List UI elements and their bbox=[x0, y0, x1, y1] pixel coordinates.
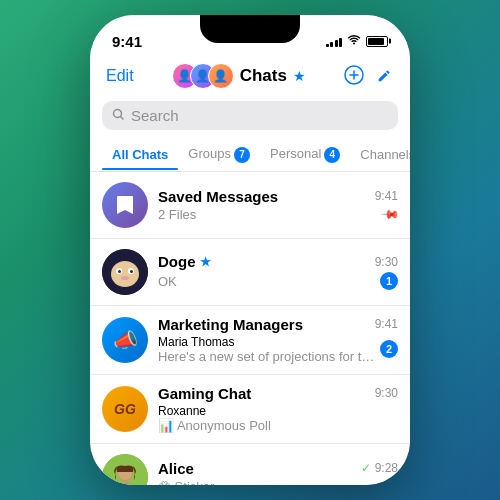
chat-item-saved[interactable]: Saved Messages 9:41 2 Files 📌 bbox=[90, 172, 410, 239]
signal-bar-4 bbox=[339, 38, 342, 47]
chat-preview-doge: OK bbox=[158, 274, 380, 289]
sender-marketing: Maria Thomas bbox=[158, 335, 380, 349]
chat-right-doge: 1 bbox=[380, 272, 398, 290]
nav-actions bbox=[344, 65, 394, 88]
chat-preview-marketing: Here's a new set of projections for the.… bbox=[158, 349, 380, 364]
chat-time-gaming: 9:30 bbox=[375, 386, 398, 400]
nav-bar: Edit 👤 👤 👤 Chats ★ bbox=[90, 59, 410, 97]
chat-content-doge: Doge ★ 9:30 OK 1 bbox=[158, 253, 398, 290]
chat-preview-saved: 2 Files bbox=[158, 207, 383, 222]
search-bar[interactable]: Search bbox=[102, 101, 398, 130]
chat-time-saved: 9:41 bbox=[375, 189, 398, 203]
check-icon-alice: ✓ bbox=[361, 461, 371, 475]
avatar-3: 👤 bbox=[208, 63, 234, 89]
signal-bar-2 bbox=[330, 42, 333, 47]
phone-frame: 9:41 Edit 👤 bbox=[90, 15, 410, 485]
signal-bars-icon bbox=[326, 35, 343, 47]
search-placeholder: Search bbox=[131, 107, 179, 124]
chat-time-doge: 9:30 bbox=[375, 255, 398, 269]
tab-channels[interactable]: Channels bbox=[350, 139, 410, 170]
chat-name-gaming: Gaming Chat bbox=[158, 385, 251, 402]
megaphone-icon: 📣 bbox=[113, 328, 138, 352]
chat-content-saved: Saved Messages 9:41 2 Files 📌 bbox=[158, 188, 398, 222]
chat-preview-alice: 🏵 Sticker bbox=[158, 479, 398, 486]
chat-item-alice[interactable]: Alice ✓ 9:28 🏵 Sticker bbox=[90, 444, 410, 486]
battery-icon bbox=[366, 36, 388, 47]
signal-bar-1 bbox=[326, 44, 329, 47]
search-bar-container: Search bbox=[90, 97, 410, 138]
nav-star-icon: ★ bbox=[293, 68, 306, 84]
tab-personal[interactable]: Personal4 bbox=[260, 138, 350, 171]
doge-star-icon: ★ bbox=[200, 255, 211, 269]
chat-item-gaming[interactable]: GG Gaming Chat 9:30 Roxanne 📊 Anonymous … bbox=[90, 375, 410, 444]
unread-badge-doge: 1 bbox=[380, 272, 398, 290]
gg-logo: GG bbox=[114, 401, 136, 417]
svg-point-7 bbox=[130, 270, 133, 273]
svg-point-3 bbox=[111, 261, 139, 287]
avatar-gaming: GG bbox=[102, 386, 148, 432]
search-icon bbox=[112, 108, 125, 124]
personal-badge: 4 bbox=[324, 147, 340, 163]
chat-item-marketing[interactable]: 📣 Marketing Managers 9:41 Maria Thomas H… bbox=[90, 306, 410, 375]
avatar-marketing: 📣 bbox=[102, 317, 148, 363]
svg-point-8 bbox=[121, 276, 129, 280]
tab-groups[interactable]: Groups7 bbox=[178, 138, 260, 171]
chat-item-doge[interactable]: Doge ★ 9:30 OK 1 bbox=[90, 239, 410, 306]
chat-name-doge: Doge ★ bbox=[158, 253, 211, 270]
chat-name-marketing: Marketing Managers bbox=[158, 316, 303, 333]
avatar-saved bbox=[102, 182, 148, 228]
unread-badge-marketing: 2 bbox=[380, 340, 398, 358]
status-time: 9:41 bbox=[112, 33, 142, 50]
nav-avatars: 👤 👤 👤 bbox=[172, 63, 234, 89]
status-bar: 9:41 bbox=[90, 15, 410, 59]
status-icons bbox=[326, 34, 389, 48]
poll-icon: 📊 bbox=[158, 418, 174, 433]
avatar-doge bbox=[102, 249, 148, 295]
add-chat-button[interactable] bbox=[344, 65, 364, 88]
tabs-container: All Chats Groups7 Personal4 Channels bbox=[90, 138, 410, 172]
chat-time-marketing: 9:41 bbox=[375, 317, 398, 331]
chat-content-marketing: Marketing Managers 9:41 Maria Thomas Her… bbox=[158, 316, 398, 364]
nav-center: 👤 👤 👤 Chats ★ bbox=[172, 63, 306, 89]
wifi-icon bbox=[347, 34, 361, 48]
chat-preview-gaming: 📊 Anonymous Poll bbox=[158, 418, 398, 433]
chat-list: Saved Messages 9:41 2 Files 📌 bbox=[90, 172, 410, 486]
chat-content-alice: Alice ✓ 9:28 🏵 Sticker bbox=[158, 460, 398, 486]
signal-bar-3 bbox=[335, 40, 338, 47]
sender-gaming: Roxanne bbox=[158, 404, 398, 418]
nav-title: Chats bbox=[240, 66, 287, 86]
chat-right-marketing: 2 bbox=[380, 340, 398, 358]
pin-icon-saved: 📌 bbox=[380, 204, 401, 225]
notch bbox=[200, 15, 300, 43]
chat-name-saved: Saved Messages bbox=[158, 188, 278, 205]
edit-button[interactable]: Edit bbox=[106, 67, 134, 85]
chat-time-alice: ✓ 9:28 bbox=[361, 461, 398, 475]
svg-point-6 bbox=[118, 270, 121, 273]
groups-badge: 7 bbox=[234, 147, 250, 163]
compose-button[interactable] bbox=[376, 66, 394, 87]
chat-name-alice: Alice bbox=[158, 460, 194, 477]
tab-all-chats[interactable]: All Chats bbox=[102, 139, 178, 170]
chat-content-gaming: Gaming Chat 9:30 Roxanne 📊 Anonymous Pol… bbox=[158, 385, 398, 433]
avatar-alice bbox=[102, 454, 148, 486]
